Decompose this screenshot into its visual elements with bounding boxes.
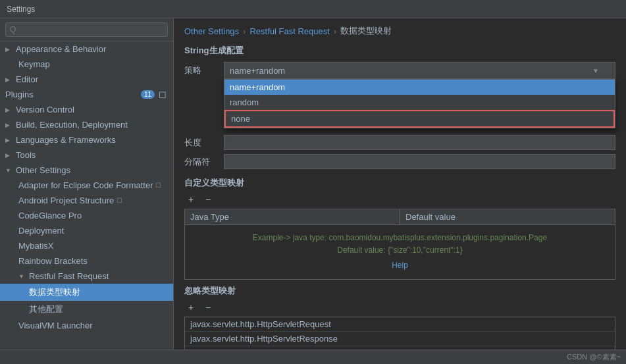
sidebar-item-mybatisx[interactable]: MybatisX — [0, 238, 173, 253]
chevron-icon-build — [5, 122, 13, 128]
android-icon: ☐ — [117, 197, 122, 204]
sidebar-item-restful[interactable]: Restful Fast Request — [0, 269, 173, 284]
chevron-icon-lang — [5, 137, 13, 143]
dropdown-arrow: ▼ — [592, 67, 599, 74]
strategy-dropdown[interactable]: name+random ▼ — [224, 62, 615, 79]
sidebar-label-appearance: Appearance & Behavior — [16, 44, 106, 54]
sidebar-label-visualvm: VisualVM Launcher — [18, 321, 93, 330]
sidebar-label-android: Android Project Structure — [18, 195, 114, 205]
col-default-value: Default value — [400, 209, 615, 224]
chevron-icon-other — [5, 167, 13, 174]
ignore-list: javax.servlet.http.HttpServletRequest ja… — [184, 317, 615, 350]
add-ignore-button[interactable]: + — [184, 301, 197, 314]
ignore-item-label-0: javax.servlet.http.HttpServletRequest — [190, 319, 331, 329]
sidebar-item-other-config[interactable]: 其他配置 — [0, 301, 173, 318]
custom-type-table-header: Java Type Default value — [184, 209, 615, 224]
length-control — [224, 135, 615, 150]
sidebar-label-plugins: Plugins — [5, 90, 34, 99]
breadcrumb-sep-2: › — [334, 26, 336, 36]
custom-type-section: 自定义类型映射 + − Java Type Default value Exam… — [184, 177, 615, 280]
sidebar: Appearance & Behavior Keymap Editor Plug… — [0, 18, 174, 350]
sidebar-label-deployment: Deployment — [18, 226, 64, 236]
chevron-icon-restful — [18, 273, 26, 280]
length-label: 长度 — [184, 137, 217, 149]
sidebar-label-codeglance: CodeGlance Pro — [18, 211, 82, 221]
dropdown-option-random[interactable]: random — [224, 95, 615, 110]
length-input[interactable] — [224, 135, 615, 150]
title-bar-text: Settings — [7, 5, 35, 14]
chevron-icon — [5, 46, 13, 53]
sidebar-item-deployment[interactable]: Deployment — [0, 223, 173, 238]
sidebar-item-version-control[interactable]: Version Control — [0, 102, 173, 117]
content-area: Other Settings › Restful Fast Request › … — [174, 18, 626, 350]
sidebar-label-tools: Tools — [16, 150, 36, 160]
strategy-row: 策略 name+random ▼ name+random random — [184, 62, 615, 79]
dropdown-option-none[interactable]: none — [224, 110, 615, 128]
ignore-toolbar: + − — [184, 301, 615, 314]
sidebar-item-appearance[interactable]: Appearance & Behavior — [0, 41, 173, 57]
sidebar-label-build: Build, Execution, Deployment — [16, 120, 128, 130]
main-container: Appearance & Behavior Keymap Editor Plug… — [0, 18, 626, 350]
add-custom-type-button[interactable]: + — [184, 193, 197, 206]
sidebar-item-data-type-mapping[interactable]: 数据类型映射 — [0, 284, 173, 301]
plugins-badge: 11 — [141, 90, 155, 99]
breadcrumb-sep-1: › — [243, 26, 246, 36]
ignore-item-0[interactable]: javax.servlet.http.HttpServletRequest — [185, 317, 615, 332]
breadcrumb-current: 数据类型映射 — [340, 25, 392, 37]
help-link[interactable]: Help — [192, 259, 608, 272]
sidebar-item-editor[interactable]: Editor — [0, 72, 173, 87]
sidebar-label-other-config: 其他配置 — [29, 304, 63, 314]
ignore-item-label-1: javax.servlet.http.HttpServletResponse — [190, 334, 338, 344]
strategy-value: name+random — [230, 66, 285, 76]
breadcrumb-other-settings[interactable]: Other Settings — [184, 26, 239, 36]
option-label-name-random: name+random — [230, 82, 285, 92]
separator-row: 分隔符 — [184, 154, 615, 169]
bottom-bar-text: CSDN @©素素~ — [567, 352, 621, 362]
search-input[interactable] — [5, 22, 168, 37]
sidebar-item-build[interactable]: Build, Execution, Deployment — [0, 117, 173, 132]
separator-input[interactable] — [224, 154, 615, 169]
sidebar-item-codeglance[interactable]: CodeGlance Pro — [0, 208, 173, 223]
icon-placeholder: ☐ — [159, 90, 168, 99]
chevron-icon-vc — [5, 107, 13, 113]
custom-type-title: 自定义类型映射 — [184, 177, 615, 189]
sidebar-item-other-settings[interactable]: Other Settings — [0, 163, 173, 178]
sidebar-item-android[interactable]: Android Project Structure ☐ — [0, 193, 173, 208]
ignore-item-1[interactable]: javax.servlet.http.HttpServletResponse — [185, 332, 615, 346]
dropdown-option-name-random[interactable]: name+random — [224, 80, 615, 95]
example-text-1: Example-> java type: com.baomidou.mybati… — [253, 233, 547, 242]
custom-type-empty: Example-> java type: com.baomidou.mybati… — [185, 225, 615, 279]
breadcrumb-restful[interactable]: Restful Fast Request — [249, 26, 329, 36]
col-java-type: Java Type — [185, 209, 400, 224]
sidebar-item-languages[interactable]: Languages & Frameworks — [0, 132, 173, 147]
search-box — [0, 18, 173, 41]
ignore-section: 忽略类型映射 + − javax.servlet.http.HttpServle… — [184, 285, 615, 350]
dropdown-popup: name+random random none — [224, 79, 615, 128]
sidebar-label-editor: Editor — [16, 74, 38, 84]
sidebar-item-tools[interactable]: Tools — [0, 147, 173, 163]
sidebar-label-adapter: Adapter for Eclipse Code Formatter — [18, 180, 153, 190]
remove-ignore-button[interactable]: − — [201, 301, 215, 314]
sidebar-item-adapter[interactable]: Adapter for Eclipse Code Formatter ☐ — [0, 178, 173, 193]
sidebar-item-plugins[interactable]: Plugins 11 ☐ — [0, 87, 173, 102]
title-bar: Settings — [0, 0, 626, 18]
length-row: 长度 — [184, 135, 615, 150]
sidebar-label-data-type: 数据类型映射 — [29, 287, 80, 297]
adapter-icon: ☐ — [155, 182, 161, 189]
option-label-random: random — [230, 97, 259, 107]
example-text-2: Default value: {"size":10,"current":1} — [337, 246, 462, 255]
strategy-label: 策略 — [184, 65, 217, 76]
sidebar-item-visualvm[interactable]: VisualVM Launcher — [0, 318, 173, 333]
custom-type-toolbar: + − — [184, 193, 615, 206]
sidebar-item-rainbow-brackets[interactable]: Rainbow Brackets — [0, 253, 173, 269]
sidebar-label-lang: Languages & Frameworks — [16, 135, 116, 145]
sidebar-label-mybatisx: MybatisX — [18, 241, 53, 251]
string-section-title: String生成配置 — [184, 45, 615, 57]
option-label-none: none — [231, 114, 250, 124]
chevron-icon-editor — [5, 76, 13, 83]
strategy-control: name+random ▼ name+random random none — [224, 62, 615, 79]
sidebar-label-vc: Version Control — [16, 105, 74, 115]
remove-custom-type-button[interactable]: − — [201, 193, 215, 206]
sidebar-item-keymap[interactable]: Keymap — [0, 57, 173, 72]
separator-label: 分隔符 — [184, 156, 217, 168]
